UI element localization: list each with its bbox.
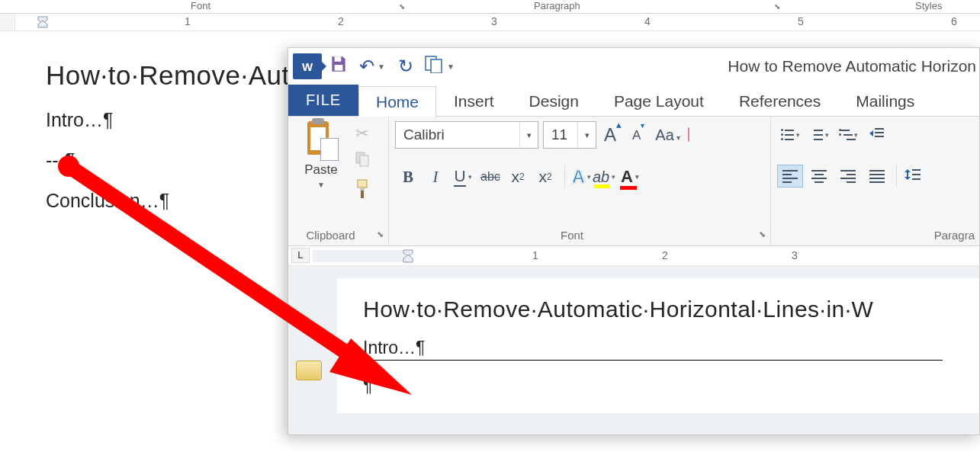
bg-launcher-icon[interactable]: ⬊ — [399, 2, 405, 11]
new-doc-button[interactable]: ▼ — [423, 51, 456, 82]
fg-ruler[interactable]: L 1 2 3 — [288, 246, 979, 266]
ruler-tick: 6 — [951, 15, 957, 27]
align-right-button[interactable] — [835, 165, 861, 188]
font-size-combo[interactable]: 11 ▾ — [543, 121, 596, 149]
highlight-button[interactable]: ab▾ — [592, 165, 616, 188]
svg-rect-13 — [875, 136, 884, 137]
dialog-launcher-icon[interactable]: ⬊ — [377, 229, 384, 239]
svg-rect-2 — [335, 56, 342, 62]
numbering-icon — [810, 129, 824, 141]
bg-group-styles-label: Styles — [915, 0, 942, 11]
svg-rect-15 — [912, 174, 921, 175]
tab-home[interactable]: Home — [358, 86, 436, 117]
numbering-button[interactable]: ▾ — [806, 123, 832, 146]
align-left-icon — [782, 170, 798, 182]
line-spacing-button[interactable] — [896, 165, 922, 188]
decrease-indent-icon — [869, 127, 885, 143]
svg-marker-1 — [38, 21, 47, 27]
group-label-text: Font — [561, 229, 583, 242]
paste-button[interactable]: Paste ▼ — [294, 121, 348, 227]
dropdown-icon[interactable]: ▾ — [519, 122, 538, 148]
tab-selector[interactable]: L — [291, 248, 310, 263]
change-case-button[interactable]: Aa▾ — [652, 127, 683, 144]
group-font: Calibri ▾ 11 ▾ A▴ A▾ Aa▾ B I U▾ — [389, 117, 771, 245]
clear-formatting-button[interactable] — [688, 128, 689, 142]
ruler-tick: 3 — [792, 249, 798, 261]
bg-group-paragraph-label: Paragraph — [534, 0, 580, 11]
highlight-color-icon — [594, 184, 609, 188]
shrink-font-button[interactable]: A▾ — [629, 127, 647, 143]
bullets-icon — [781, 129, 795, 141]
word-app-icon[interactable]: W — [293, 53, 322, 79]
group-label-text: Paragra — [934, 229, 975, 242]
subscript-button[interactable]: x2 — [505, 165, 531, 188]
ruler-tick: 2 — [338, 15, 344, 27]
align-center-button[interactable] — [806, 165, 832, 188]
window-title: How to Remove Automatic Horizon — [728, 57, 976, 75]
ruler-tick: 5 — [798, 15, 804, 27]
tab-references[interactable]: References — [721, 85, 838, 116]
tab-mailings[interactable]: Mailings — [838, 85, 932, 116]
ruler-margin-area — [313, 250, 404, 262]
underline-button[interactable]: U▾ — [450, 165, 476, 188]
font-color-swatch-icon — [620, 186, 637, 190]
italic-button[interactable]: I — [423, 165, 448, 188]
bg-ruler[interactable]: 1 2 3 4 5 6 — [0, 14, 980, 31]
strike-button[interactable]: abc — [477, 165, 503, 188]
redo-button[interactable]: ↻ — [389, 51, 423, 82]
bg-ribbon-group-labels: Font ⬊ Paragraph ⬊ Styles — [0, 0, 980, 14]
format-painter-button[interactable] — [353, 178, 371, 204]
group-font-label: Font ⬊ — [389, 227, 770, 245]
align-left-button[interactable] — [777, 165, 803, 188]
auto-horizontal-line — [363, 360, 943, 361]
font-name-combo[interactable]: Calibri ▾ — [395, 121, 538, 149]
ruler-tick: 3 — [491, 15, 497, 27]
group-paragraph: ▾ ▾ ▾ Paragra — [771, 117, 979, 245]
svg-rect-9 — [360, 188, 365, 191]
align-right-icon — [840, 170, 856, 182]
cut-button[interactable]: ✂ — [355, 124, 369, 143]
fg-page[interactable]: How·to·Remove·Automatic·Horizontal·Lines… — [337, 278, 979, 413]
fg-doc-intro: Intro…¶ — [363, 338, 979, 358]
justify-button[interactable] — [864, 165, 890, 188]
background-window: Font ⬊ Paragraph ⬊ Styles 1 2 3 4 5 6 Ho… — [0, 0, 980, 31]
align-center-icon — [811, 170, 827, 182]
dropdown-icon[interactable]: ▼ — [294, 181, 348, 189]
decrease-indent-button[interactable] — [864, 123, 890, 146]
bullets-button[interactable]: ▾ — [777, 123, 803, 146]
dropdown-icon: ▼ — [378, 63, 385, 71]
indent-marker-icon[interactable] — [36, 15, 50, 29]
svg-marker-18 — [403, 255, 413, 262]
svg-rect-11 — [875, 128, 884, 130]
copy-button[interactable] — [354, 150, 371, 171]
new-doc-icon — [424, 55, 444, 78]
quick-access-toolbar: W ↶▼ ↻ ▼ How to Remove Automatic Horizon — [288, 48, 979, 85]
font-color-button[interactable]: A▾ — [618, 165, 642, 188]
save-icon — [329, 54, 349, 79]
word-window: W ↶▼ ↻ ▼ How to Remove Automatic Horizon… — [288, 47, 980, 435]
undo-button[interactable]: ↶▼ — [355, 51, 389, 82]
tab-design[interactable]: Design — [512, 85, 596, 116]
superscript-button[interactable]: x2 — [532, 165, 558, 188]
save-button[interactable] — [322, 51, 355, 82]
dialog-launcher-icon[interactable]: ⬊ — [759, 229, 766, 239]
line-spacing-icon — [904, 167, 921, 186]
ruler-tick: 1 — [185, 15, 191, 27]
indent-marker-icon[interactable] — [401, 248, 415, 264]
text-effects-button[interactable]: A▾ — [564, 165, 590, 188]
tab-page-layout[interactable]: Page Layout — [596, 85, 721, 116]
svg-rect-16 — [912, 178, 921, 180]
font-size-value: 11 — [544, 127, 577, 143]
bold-button[interactable]: B — [395, 165, 421, 188]
font-name-value: Calibri — [396, 127, 519, 143]
dropdown-icon[interactable]: ▾ — [577, 122, 596, 148]
justify-icon — [869, 170, 885, 182]
multilevel-button[interactable]: ▾ — [835, 123, 861, 146]
tab-insert[interactable]: Insert — [436, 85, 512, 116]
tab-file[interactable]: FILE — [288, 84, 358, 116]
eraser-icon — [688, 127, 689, 142]
bg-launcher-icon[interactable]: ⬊ — [774, 2, 780, 11]
redo-icon: ↻ — [398, 56, 413, 77]
bg-tab-selector[interactable] — [0, 14, 15, 30]
grow-font-button[interactable]: A▴ — [601, 124, 625, 146]
